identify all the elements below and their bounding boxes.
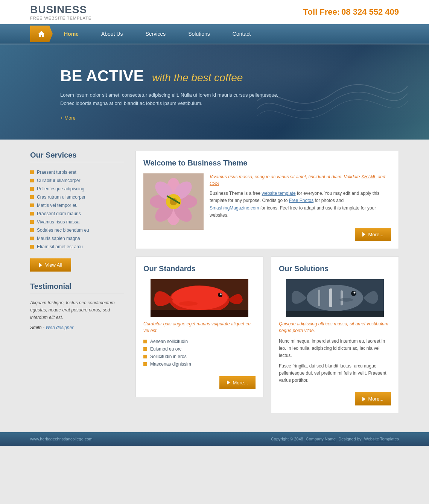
- site-tagline: FREE WEBSITE TEMPLATE: [30, 16, 91, 20]
- bullet-icon: [30, 170, 34, 174]
- welcome-section: Welcome to Business Theme: [135, 151, 399, 249]
- list-item: Mauris sapien magna: [30, 234, 124, 243]
- solutions-more-wrap: More...: [279, 388, 391, 405]
- xhtml-link[interactable]: XHTML: [361, 174, 376, 179]
- standards-image: [143, 279, 256, 317]
- bullet-icon: [30, 245, 34, 249]
- hero-decoration: [257, 64, 408, 139]
- welcome-orange-text: Vivamus risus massa, congue ac varius si…: [210, 173, 391, 187]
- bullet-icon: [30, 187, 34, 191]
- testimonial-text: Aliquam tristique, lectus nec condimentu…: [30, 299, 124, 321]
- nav-services[interactable]: Services: [134, 24, 177, 44]
- view-all-label: View All: [45, 262, 62, 268]
- website-templates-link[interactable]: Website Templates: [364, 437, 399, 441]
- testimonial-section: Testimonial Aliquam tristique, lectus ne…: [30, 282, 124, 330]
- nav-solutions[interactable]: Solutions: [177, 24, 221, 44]
- content-area: Welcome to Business Theme: [135, 151, 399, 421]
- nav-items: Home About Us Services Solutions Contact: [53, 24, 262, 44]
- bullet-icon: [143, 355, 147, 358]
- testimonial-author: Smith - Web designer: [30, 325, 124, 330]
- toll-free-label: Toll Free:: [303, 7, 340, 17]
- solutions-image: [279, 279, 391, 317]
- home-button[interactable]: [30, 26, 53, 42]
- welcome-more-label: More...: [368, 232, 383, 237]
- svg-rect-20: [151, 310, 248, 317]
- nav-about[interactable]: About Us: [90, 24, 134, 44]
- bullet-icon: [30, 203, 34, 207]
- hero-section: BE ACTIVE with the best coffee Lorem ips…: [0, 44, 429, 140]
- site-title: BUSINESS FREE WEBSITE TEMPLATE: [30, 4, 91, 20]
- svg-rect-27: [318, 290, 320, 306]
- standards-more-label: More...: [233, 380, 248, 386]
- bullet-icon: [30, 228, 34, 232]
- standards-list: Aenean sollicitudin Euismod eu orci Soll…: [143, 338, 256, 368]
- list-item: Praesent turpis erat: [30, 168, 124, 176]
- orange-text-main: Vivamus risus massa, congue ac varius si…: [210, 174, 361, 179]
- nav-home[interactable]: Home: [53, 24, 90, 44]
- svg-rect-26: [341, 290, 343, 305]
- list-item: Sollicitudin in eros: [143, 353, 256, 360]
- smashing-link[interactable]: SmashingMagazine.com: [210, 205, 259, 211]
- footer: www.heritagechristiancollege.com Copyrig…: [0, 432, 429, 446]
- svg-rect-29: [286, 311, 384, 317]
- arrow-icon: [39, 263, 42, 267]
- standards-more-wrap: More...: [143, 372, 256, 389]
- sidebar: Our Services Praesent turpis erat Curabi…: [30, 151, 124, 421]
- arrow-icon: [362, 397, 365, 401]
- standards-orange-text: Curabitur quis augue eget mauris vulputa…: [143, 320, 256, 334]
- testimonial-role-link[interactable]: Web designer: [46, 325, 73, 330]
- svg-point-18: [220, 293, 222, 295]
- standards-content: Our Standards: [135, 257, 263, 397]
- main-content: Our Services Praesent turpis erat Curabi…: [0, 140, 429, 432]
- svg-point-28: [339, 298, 353, 302]
- home-icon: [38, 30, 45, 38]
- website-template-link[interactable]: website template: [262, 191, 296, 196]
- standards-title: Our Standards: [143, 264, 256, 273]
- css-link[interactable]: CSS: [210, 181, 219, 186]
- designed-by-text: Designed by: [338, 437, 361, 441]
- standards-solutions-wrap: Our Standards: [135, 257, 399, 421]
- welcome-body: Vivamus risus massa, congue ac varius si…: [143, 173, 391, 241]
- toll-free: Toll Free: 08 324 552 409: [303, 7, 399, 17]
- list-item: Etiam sit amet est arcu: [30, 243, 124, 251]
- solutions-more-label: More...: [368, 396, 383, 402]
- arrow-icon: [362, 232, 365, 237]
- bullet-icon: [143, 340, 147, 343]
- bullet-icon: [143, 347, 147, 351]
- bullet-icon: [143, 362, 147, 366]
- standards-more-button[interactable]: More...: [219, 376, 256, 389]
- flower-svg: [143, 173, 204, 230]
- svg-point-17: [218, 293, 222, 297]
- svg-point-22: [307, 285, 363, 311]
- services-section-title: Our Services: [30, 151, 124, 162]
- free-photos-link[interactable]: Free Photos: [289, 198, 313, 203]
- welcome-more-button[interactable]: More...: [355, 228, 391, 241]
- svg-point-19: [179, 301, 198, 306]
- company-name-link[interactable]: Company Name: [306, 437, 336, 441]
- bullet-icon: [30, 212, 34, 216]
- welcome-more-wrap: More...: [210, 223, 391, 241]
- bullet-icon: [30, 179, 34, 182]
- footer-copyright: Copyright © 2048 Company Name Designed b…: [271, 437, 399, 441]
- list-item: Aenean sollicitudin: [143, 338, 256, 345]
- services-list: Praesent turpis erat Curabitur ullamcorp…: [30, 168, 124, 251]
- nav-contact[interactable]: Contact: [221, 24, 262, 44]
- list-item: Mattis vel tempor eu: [30, 201, 124, 209]
- view-all-button[interactable]: View All: [30, 258, 71, 272]
- list-item: Praesent diam mauris: [30, 209, 124, 218]
- welcome-body-text: Business Theme is a free website templat…: [210, 190, 391, 219]
- solutions-para2: Fusce fringilla, dui sed blandit luctus,…: [279, 363, 391, 384]
- standards-section: Our Standards: [135, 257, 263, 421]
- svg-point-24: [354, 291, 356, 293]
- welcome-image: [143, 173, 204, 230]
- home-button-wrap: [30, 24, 53, 44]
- solutions-section: Our Solutions: [271, 257, 399, 421]
- fish-svg: [279, 279, 391, 317]
- bullet-icon: [30, 237, 34, 240]
- welcome-title: Welcome to Business Theme: [143, 159, 391, 167]
- phone-number: 08 324 552 409: [341, 7, 399, 17]
- solutions-orange-text: Quisque adipiscing ultrices massa, sit a…: [279, 320, 391, 334]
- solutions-more-button[interactable]: More...: [355, 392, 391, 405]
- svg-point-23: [351, 291, 356, 296]
- svg-marker-0: [38, 31, 44, 37]
